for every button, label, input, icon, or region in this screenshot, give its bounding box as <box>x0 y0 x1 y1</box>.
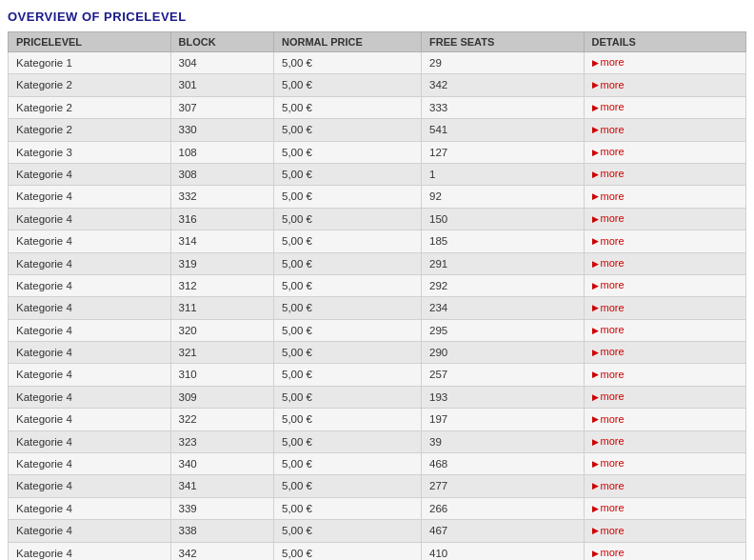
cell-details[interactable]: more <box>584 497 746 519</box>
cell-pricelevel: Kategorie 4 <box>9 163 171 185</box>
more-link[interactable]: more <box>592 255 739 272</box>
cell-normalprice: 5,00 € <box>274 430 422 452</box>
cell-details[interactable]: more <box>584 274 746 296</box>
more-link[interactable]: more <box>592 500 739 517</box>
cell-normalprice: 5,00 € <box>274 230 422 252</box>
cell-pricelevel: Kategorie 4 <box>9 475 171 497</box>
cell-details[interactable]: more <box>584 141 746 163</box>
cell-pricelevel: Kategorie 2 <box>9 74 171 96</box>
cell-normalprice: 5,00 € <box>274 163 422 185</box>
table-row: Kategorie 13045,00 €29more <box>9 52 746 74</box>
cell-normalprice: 5,00 € <box>274 453 422 475</box>
more-link[interactable]: more <box>592 166 739 183</box>
table-row: Kategorie 43425,00 €410more <box>9 542 746 560</box>
cell-details[interactable]: more <box>584 386 746 408</box>
cell-pricelevel: Kategorie 4 <box>9 274 171 296</box>
cell-block: 340 <box>170 453 274 475</box>
more-link[interactable]: more <box>592 389 739 406</box>
table-row: Kategorie 43125,00 €292more <box>9 274 746 296</box>
cell-pricelevel: Kategorie 4 <box>9 208 171 230</box>
cell-block: 310 <box>170 364 274 386</box>
cell-normalprice: 5,00 € <box>274 208 422 230</box>
more-link[interactable]: more <box>592 277 739 294</box>
more-link[interactable]: more <box>592 210 739 228</box>
cell-details[interactable]: more <box>584 163 746 185</box>
cell-freeseats: 92 <box>422 186 585 208</box>
cell-details[interactable]: more <box>584 364 746 386</box>
cell-block: 332 <box>170 186 274 208</box>
cell-details[interactable]: more <box>584 52 746 74</box>
cell-freeseats: 197 <box>422 409 585 430</box>
cell-pricelevel: Kategorie 4 <box>9 453 171 475</box>
more-link[interactable]: more <box>592 344 739 361</box>
more-link[interactable]: more <box>592 367 739 384</box>
cell-freeseats: 468 <box>422 453 585 475</box>
table-row: Kategorie 43095,00 €193more <box>9 386 746 408</box>
more-link[interactable]: more <box>592 523 739 540</box>
cell-normalprice: 5,00 € <box>274 52 422 74</box>
cell-block: 301 <box>170 74 274 96</box>
cell-details[interactable]: more <box>584 319 746 341</box>
table-row: Kategorie 23305,00 €541more <box>9 119 746 141</box>
table-row: Kategorie 23075,00 €333more <box>9 96 746 118</box>
cell-details[interactable]: more <box>584 297 746 319</box>
more-link[interactable]: more <box>592 455 739 472</box>
table-row: Kategorie 43205,00 €295more <box>9 319 746 341</box>
cell-pricelevel: Kategorie 4 <box>9 497 171 519</box>
more-link[interactable]: more <box>592 433 739 450</box>
cell-freeseats: 39 <box>422 430 585 452</box>
cell-details[interactable]: more <box>584 230 746 252</box>
cell-block: 308 <box>170 163 274 185</box>
table-row: Kategorie 43405,00 €468more <box>9 453 746 475</box>
cell-normalprice: 5,00 € <box>274 297 422 319</box>
more-link[interactable]: more <box>592 189 739 206</box>
table-row: Kategorie 43165,00 €150more <box>9 208 746 230</box>
cell-details[interactable]: more <box>584 96 746 118</box>
table-row: Kategorie 43395,00 €266more <box>9 497 746 519</box>
cell-freeseats: 342 <box>422 74 585 96</box>
cell-block: 312 <box>170 274 274 296</box>
cell-block: 316 <box>170 208 274 230</box>
more-link[interactable]: more <box>592 478 739 495</box>
table-row: Kategorie 43225,00 €197more <box>9 409 746 430</box>
cell-details[interactable]: more <box>584 430 746 452</box>
cell-details[interactable]: more <box>584 208 746 230</box>
more-link[interactable]: more <box>592 144 739 161</box>
more-link[interactable]: more <box>592 411 739 429</box>
cell-freeseats: 291 <box>422 252 585 274</box>
cell-freeseats: 541 <box>422 119 585 141</box>
cell-block: 330 <box>170 119 274 141</box>
cell-normalprice: 5,00 € <box>274 319 422 341</box>
cell-freeseats: 277 <box>422 475 585 497</box>
more-link[interactable]: more <box>592 322 739 339</box>
cell-pricelevel: Kategorie 3 <box>9 141 171 163</box>
more-link[interactable]: more <box>592 545 739 560</box>
more-link[interactable]: more <box>592 54 739 71</box>
cell-details[interactable]: more <box>584 74 746 96</box>
cell-freeseats: 292 <box>422 274 585 296</box>
cell-pricelevel: Kategorie 4 <box>9 386 171 408</box>
cell-details[interactable]: more <box>584 186 746 208</box>
cell-details[interactable]: more <box>584 520 746 542</box>
cell-freeseats: 290 <box>422 342 585 364</box>
cell-details[interactable]: more <box>584 475 746 497</box>
cell-pricelevel: Kategorie 4 <box>9 186 171 208</box>
cell-freeseats: 150 <box>422 208 585 230</box>
cell-details[interactable]: more <box>584 342 746 364</box>
more-link[interactable]: more <box>592 99 739 116</box>
cell-details[interactable]: more <box>584 453 746 475</box>
cell-block: 304 <box>170 52 274 74</box>
cell-details[interactable]: more <box>584 252 746 274</box>
header-pricelevel: PRICELEVEL <box>9 32 171 52</box>
more-link[interactable]: more <box>592 300 739 317</box>
cell-details[interactable]: more <box>584 409 746 430</box>
more-link[interactable]: more <box>592 77 739 94</box>
cell-details[interactable]: more <box>584 119 746 141</box>
more-link[interactable]: more <box>592 122 739 139</box>
cell-pricelevel: Kategorie 4 <box>9 319 171 341</box>
page-container: OVERVIEW OF PRICELEVEL PRICELEVEL BLOCK … <box>0 0 754 560</box>
more-link[interactable]: more <box>592 233 739 250</box>
cell-freeseats: 266 <box>422 497 585 519</box>
cell-normalprice: 5,00 € <box>274 74 422 96</box>
cell-details[interactable]: more <box>584 542 746 560</box>
